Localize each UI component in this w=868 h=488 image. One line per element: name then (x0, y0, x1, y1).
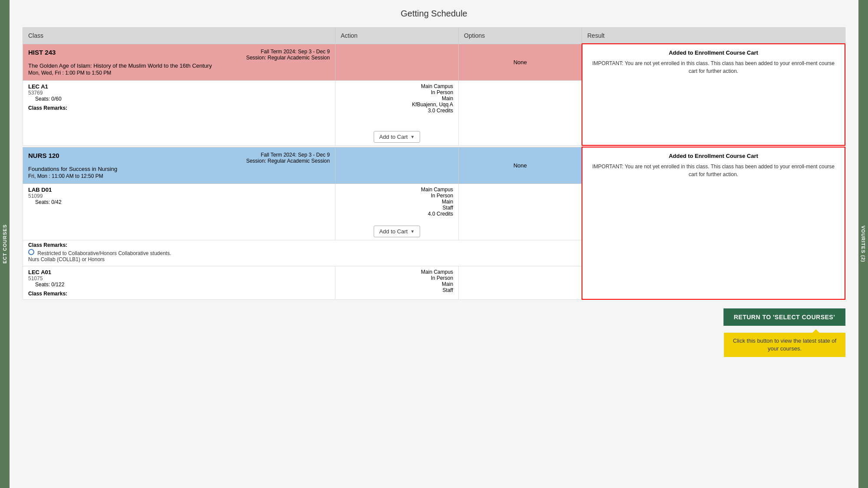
col-header-result: Result (582, 28, 845, 44)
right-sidebar-label: VOURITES (2) (861, 226, 866, 262)
nurs-lec-options-cell (459, 266, 582, 299)
nurs-result-title: Added to Enrollment Course Cart (588, 153, 839, 159)
hist-schedule: Mon, Wed, Fri : 1:00 PM to 1:50 PM (28, 70, 330, 76)
nurs-name: Foundations for Success in Nursing (28, 166, 330, 172)
hist-section-id: 53769 (28, 90, 330, 96)
tooltip-arrow (812, 329, 819, 333)
tooltip-box: Click this button to view the latest sta… (724, 333, 845, 357)
nurs-lab-id: 51099 (28, 193, 330, 199)
nurs-lab-info: LAB D01 51099 Seats: 0/42 (23, 183, 335, 240)
main-content: Getting Schedule Class Action Options Re… (10, 0, 858, 488)
nurs-result-cell: Added to Enrollment Course Cart IMPORTAN… (582, 147, 845, 299)
nurs-lec-location: Main Campus In Person Main Staff (341, 269, 453, 293)
nurs-lab-seats: Seats: 0/42 (28, 199, 330, 205)
right-sidebar: VOURITES (2) (858, 0, 868, 488)
hist-section-name: LEC A1 (28, 83, 330, 90)
nurs-lab-remarks-text: Restricted to Collaborative/Honors Colla… (28, 250, 171, 262)
tooltip-arrow-container: Click this button to view the latest sta… (724, 329, 845, 357)
hist-action-header (335, 44, 458, 80)
hist-code: HIST 243 (28, 49, 56, 56)
nurs-lec-remarks-label: Class Remarks: (28, 291, 67, 297)
col-header-class: Class (23, 28, 335, 44)
nurs-action-header (335, 147, 458, 183)
nurs-lec-name: LEC A01 (28, 269, 330, 275)
return-to-select-courses-button[interactable]: RETURN TO 'SELECT COURSES' (723, 308, 845, 326)
hist-name: The Golden Age of Islam: History of the … (28, 62, 330, 69)
nurs-lab-remarks-label: Class Remarks: (28, 242, 67, 248)
nurs-lab-dropdown-arrow: ▼ (410, 229, 414, 234)
hist-add-to-cart-button[interactable]: Add to Cart ▼ (374, 131, 421, 143)
hist-section-info: LEC A1 53769 Seats: 0/60 Class Remarks: (23, 80, 335, 145)
nurs-options-header: None (459, 147, 582, 183)
hist-action-cell: Main Campus In Person Main KfBuajenn, Uq… (335, 80, 458, 145)
hist-result-cell: Added to Enrollment Course Cart IMPORTAN… (582, 44, 845, 145)
hist-header-top: HIST 243 Fall Term 2024: Sep 3 - Dec 9 S… (28, 49, 330, 61)
hist-remarks-label: Class Remarks: (28, 105, 67, 111)
nurs-lec-id: 51075 (28, 275, 330, 282)
hist-dropdown-arrow: ▼ (410, 134, 414, 139)
nurs-lec-info: LEC A01 51075 Seats: 0/122 Class Remarks… (23, 266, 335, 299)
nurs-lab-add-to-cart-button[interactable]: Add to Cart ▼ (374, 226, 421, 237)
nurs-term: Fall Term 2024: Sep 3 - Dec 9 Session: R… (246, 152, 330, 164)
page-title: Getting Schedule (23, 9, 845, 19)
col-header-options: Options (459, 28, 582, 44)
hist-result-text: IMPORTANT: You are not yet enrolled in t… (588, 59, 839, 75)
nurs-result-text: IMPORTANT: You are not yet enrolled in t… (588, 163, 839, 178)
nurs-lec-action-cell: Main Campus In Person Main Staff (335, 266, 458, 299)
nurs-schedule: Fri, Mon : 11:00 AM to 12:50 PM (28, 173, 330, 179)
hist-section-seats: Seats: 0/60 (28, 96, 330, 102)
hist-term: Fall Term 2024: Sep 3 - Dec 9 Session: R… (246, 49, 330, 61)
nurs-code: NURS 120 (28, 152, 59, 159)
nurs-header-cell: NURS 120 Fall Term 2024: Sep 3 - Dec 9 S… (23, 147, 335, 183)
nurs-lab-remarks-icon (28, 249, 36, 255)
nurs-header-top: NURS 120 Fall Term 2024: Sep 3 - Dec 9 S… (28, 152, 330, 164)
hist-result-title: Added to Enrollment Course Cart (588, 49, 839, 56)
nurs-lec-seats: Seats: 0/122 (28, 282, 330, 288)
nurs-lab-options-cell (459, 183, 582, 240)
hist-location: Main Campus In Person Main KfBuajenn, Uq… (341, 83, 453, 114)
hist-options-header: None (459, 44, 582, 80)
hist-header-cell: HIST 243 Fall Term 2024: Sep 3 - Dec 9 S… (23, 44, 335, 80)
schedule-table: Class Action Options Result HIST 243 Fal… (23, 27, 845, 300)
nurs-lab-location: Main Campus In Person Main Staff 4.0 Cre… (341, 187, 453, 217)
course-row-nurs: NURS 120 Fall Term 2024: Sep 3 - Dec 9 S… (23, 147, 845, 183)
bottom-section: RETURN TO 'SELECT COURSES' Click this bu… (23, 308, 845, 357)
nurs-lab-remarks-cell: Class Remarks: Restricted to Collaborati… (23, 240, 582, 266)
left-sidebar-label: ECT COURSES (2, 224, 7, 263)
nurs-lab-action-cell: Main Campus In Person Main Staff 4.0 Cre… (335, 183, 458, 240)
course-row-hist: HIST 243 Fall Term 2024: Sep 3 - Dec 9 S… (23, 44, 845, 80)
left-sidebar: ECT COURSES (0, 0, 10, 488)
nurs-lab-remarks-content: Restricted to Collaborative/Honors Colla… (28, 249, 576, 262)
circle-icon (28, 249, 34, 255)
hist-options-cell (459, 80, 582, 145)
col-header-action: Action (335, 28, 458, 44)
nurs-lab-name: LAB D01 (28, 187, 330, 193)
